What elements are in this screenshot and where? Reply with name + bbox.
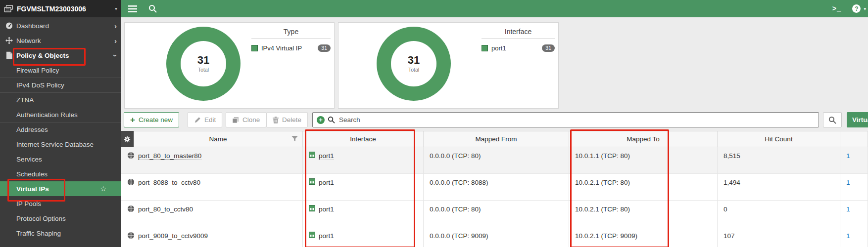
add-filter-icon[interactable]: + <box>317 116 325 124</box>
type-donut-chart[interactable]: 31 Total <box>166 27 241 101</box>
plus-icon: + <box>130 116 135 124</box>
vip-name-cell[interactable]: port_8088_to_cctv80 <box>121 174 303 201</box>
interface-cell[interactable]: port1 <box>303 201 424 227</box>
donut-center: 31 Total <box>391 41 436 86</box>
sidebar-item-label: Schedules <box>16 170 48 178</box>
sidebar-item-traffic-shaping[interactable]: Traffic Shaping <box>0 226 121 241</box>
donut-total-value: 31 <box>408 55 420 66</box>
ref-count-link[interactable]: 1 <box>840 201 868 227</box>
sidebar-item-protocol-options[interactable]: Protocol Options <box>0 211 121 226</box>
help-caret-icon: ▾ <box>864 6 866 11</box>
interface-cell[interactable]: port1 <box>303 227 424 247</box>
vip-name-cell[interactable]: port_80_to_cctv80 <box>121 201 303 227</box>
clone-label: Clone <box>242 116 260 124</box>
sidebar-item-authentication-rules[interactable]: Authentication Rules <box>0 107 121 122</box>
type-legend: Type IPv4 Virtual IP 31 <box>251 26 331 52</box>
sidebar-item-label: Protocol Options <box>16 215 66 222</box>
hit-count-value: 0 <box>723 206 727 213</box>
ref-count-value: 1 <box>846 152 850 160</box>
header-interface[interactable]: Interface <box>303 131 424 147</box>
mapped-from-value: 0.0.0.0 (TCP: 80) <box>430 152 481 160</box>
cli-console-icon[interactable]: >_ <box>832 5 842 13</box>
ref-count-link[interactable]: 1 <box>840 174 868 201</box>
clone-button[interactable]: Clone <box>226 112 266 127</box>
topbar-right-icons: >_ ? ▾ <box>832 4 866 13</box>
sidebar-item-schedules[interactable]: Schedules <box>0 166 121 181</box>
interface-cell[interactable]: port1 <box>303 174 424 201</box>
search-icon <box>828 116 836 124</box>
fortigate-virtual-ips-page: >_ ? ▾ FGVMSLTM23003006 ▾ Dashboard › <box>0 0 868 247</box>
hit-count-cell: 1,494 <box>718 174 840 201</box>
gauge-icon <box>4 22 13 30</box>
sidebar-item-addresses[interactable]: Addresses <box>0 122 121 137</box>
header-mapped-from[interactable]: Mapped From <box>424 131 569 147</box>
sidebar-item-label: Network <box>16 37 41 44</box>
chevron-down-icon: › <box>112 54 119 57</box>
interface-name: port1 <box>319 206 334 213</box>
type-summary-card: 31 Total Type IPv4 Virtual IP 31 <box>124 22 335 109</box>
legend-item-port1[interactable]: port1 31 <box>482 44 555 52</box>
legend-label: IPv4 Virtual IP <box>261 44 302 52</box>
vip-name: port_8088_to_cctv80 <box>138 179 200 186</box>
virtual-ip-object-icon <box>127 178 135 187</box>
sidebar-item-network[interactable]: Network › <box>0 33 121 48</box>
header-mapped-to[interactable]: Mapped To <box>569 131 718 147</box>
filter-icon[interactable] <box>291 136 298 143</box>
global-search-icon[interactable] <box>148 4 157 13</box>
pencil-icon <box>194 117 201 124</box>
ref-count-link[interactable]: 1 <box>840 227 868 247</box>
sidebar-item-ip-pools[interactable]: IP Pools <box>0 196 121 211</box>
sidebar-item-services[interactable]: Services <box>0 152 121 166</box>
ref-count-value: 1 <box>846 206 850 213</box>
device-selector[interactable]: FGVMSLTM23003006 ▾ <box>0 0 121 17</box>
column-settings-button[interactable] <box>121 131 134 147</box>
vip-name: port_80_to_cctv80 <box>138 206 193 213</box>
vip-name: port_80_to_master80 <box>138 152 201 160</box>
legend-count-badge: 31 <box>318 44 331 52</box>
header-ref[interactable] <box>840 131 868 147</box>
sidebar-item-internet-service-database[interactable]: Internet Service Database <box>0 137 121 152</box>
sidebar-item-ipv4-dos-policy[interactable]: IPv4 DoS Policy <box>0 78 121 92</box>
clone-icon <box>232 117 239 124</box>
policy-objects-icon <box>4 52 13 59</box>
mapped-from-value: 0.0.0.0 (TCP: 80) <box>430 206 481 213</box>
help-icon[interactable]: ? <box>852 4 861 13</box>
mapped-to-cell: 10.0.2.1 (TCP: 80) <box>569 201 718 227</box>
sidebar-item-policy-objects[interactable]: Policy & Objects › <box>0 48 121 63</box>
sidebar-item-dashboard[interactable]: Dashboard › <box>0 18 121 33</box>
mapped-to-value: 10.0.2.1 (TCP: 9009) <box>575 232 637 240</box>
interface-name: port1 <box>319 232 334 240</box>
legend-item-ipv4-virtual-ip[interactable]: IPv4 Virtual IP 31 <box>251 44 331 52</box>
create-new-label: Create new <box>139 116 173 124</box>
ref-count-link[interactable]: 1 <box>840 147 868 174</box>
vip-name-cell[interactable]: port_80_to_master80 <box>121 147 303 174</box>
header-hit-count[interactable]: Hit Count <box>718 131 840 147</box>
device-icon <box>4 5 13 13</box>
search-input[interactable] <box>338 116 815 124</box>
hamburger-menu-icon[interactable] <box>128 5 137 12</box>
create-new-button[interactable]: + Create new <box>124 112 179 127</box>
vip-name-cell[interactable]: port_9009_to_cctv9009 <box>121 227 303 247</box>
ref-count-value: 1 <box>846 232 850 240</box>
interface-cell[interactable]: port1 <box>303 147 424 174</box>
mapped-to-value: 10.0.2.1 (TCP: 80) <box>575 179 630 186</box>
table-search-bar: + <box>312 112 819 127</box>
edit-button[interactable]: Edit <box>188 112 222 127</box>
interface-legend: Interface port1 31 <box>482 26 555 52</box>
mapped-from-cell: 0.0.0.0 (TCP: 80) <box>424 201 569 227</box>
mapped-from-value: 0.0.0.0 (TCP: 9009) <box>430 232 488 240</box>
advanced-search-button[interactable] <box>823 112 842 127</box>
mapped-to-cell: 10.0.2.1 (TCP: 80) <box>569 174 718 201</box>
favorite-star-icon[interactable]: ☆ <box>100 185 106 193</box>
interface-donut-chart[interactable]: 31 Total <box>377 27 451 101</box>
port-icon <box>309 178 315 186</box>
sidebar-item-firewall-policy[interactable]: Firewall Policy <box>0 63 121 78</box>
virtual-ip-view-label: Virtual IP <box>852 116 868 124</box>
header-name[interactable]: Name <box>134 131 303 147</box>
sidebar-item-ztna[interactable]: ZTNA <box>0 92 121 107</box>
virtual-ip-view-button[interactable]: Virtual IP <box>847 112 868 127</box>
virtual-ip-table: Name Interface Mapped From Mapped To Hit… <box>121 131 868 247</box>
delete-button[interactable]: Delete <box>266 112 308 127</box>
sidebar-item-virtual-ips[interactable]: Virtual IPs ☆ <box>0 181 121 196</box>
sidebar-item-label: Traffic Shaping <box>16 230 61 237</box>
